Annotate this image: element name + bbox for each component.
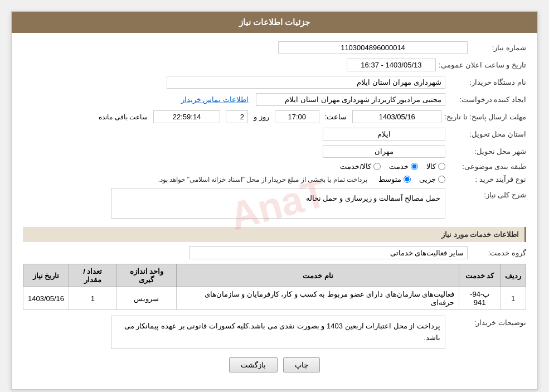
radio-jozvi-input[interactable]	[438, 176, 445, 183]
radio-motawaset-input[interactable]	[404, 176, 411, 183]
col-radif: ردیف	[501, 264, 526, 287]
radio-khedmat-input[interactable]	[411, 163, 418, 170]
radio-kala-label: کالا	[426, 162, 436, 171]
row-ostan: استان محل تحویل: ایلام	[23, 128, 526, 141]
col-tedad: تعداد / مقدار	[69, 264, 116, 287]
time-value: 17:00	[275, 110, 319, 123]
noe-farayand-radio-group: جزیی متوسط	[378, 175, 445, 183]
table-cell-2: فعالیت‌های سازمان‌های دارای عضو مربوط به…	[177, 287, 459, 310]
radio-motawaset-label: متوسط	[378, 175, 401, 183]
row-mohlat: مهلت ارسال پاسخ: تا تاریخ: 1403/05/16 سا…	[23, 110, 526, 123]
radio-motawaset: متوسط	[378, 175, 411, 183]
page-header: جزئیات اطلاعات نیاز	[12, 12, 537, 33]
shomare-niaz-label: شماره نیاز:	[470, 43, 526, 52]
row-noe-farayand: نوع فرآیند خرید : جزیی متوسط پرداخت تمام…	[23, 175, 526, 183]
row-tawzihat: توضیحات خریدار: پرداخت از محل اعتبارات ا…	[23, 316, 526, 349]
shahr-value: مهران	[323, 145, 445, 158]
table-cell-5: 1403/05/16	[23, 287, 69, 310]
shahr-label: شهر محل تحویل:	[448, 147, 526, 156]
ostan-label: استان محل تحویل:	[448, 130, 526, 138]
content-area: شماره نیاز: 1103004896000014 تاریخ و ساع…	[12, 33, 537, 389]
radio-khedmat: خدمت	[389, 162, 418, 171]
tawzihat-value: پرداخت از محل اعتبارات اربعین 1403 و بصو…	[111, 316, 445, 349]
time-label: ساعت:	[325, 113, 347, 121]
row-grohe-khadamat: گروه خدمت: سایر فعالیت‌های خدماتی	[23, 246, 526, 259]
col-tarikh: تاریخ نیاز	[23, 264, 69, 287]
roz-label: روز و	[254, 113, 269, 121]
mohlat-date: 1403/05/16	[352, 110, 441, 123]
table-row: 1ب-94-941فعالیت‌های سازمان‌های دارای عضو…	[23, 287, 526, 310]
row-tarikh: تاریخ و ساعت اعلان عمومی: 1403/05/13 - 1…	[23, 59, 526, 71]
radio-kala-khedmat: کالا/خدمت	[340, 162, 381, 171]
mohlat-label: مهلت ارسال پاسخ: تا تاریخ:	[444, 113, 526, 121]
notice-text: پرداخت تمام یا بخشی از مبلغ خریدار از مح…	[158, 176, 367, 183]
row-shahr: شهر محل تحویل: مهران	[23, 145, 526, 158]
nam-dastgah-value: شهرداری مهران استان ایلام	[167, 76, 445, 89]
grohe-value: سایر فعالیت‌های خدماتی	[189, 246, 468, 259]
remaining-value: 22:59:14	[153, 110, 220, 123]
sharh-value: حمل مصالح آسفالت و زیرسازی و حمل نخاله	[111, 188, 445, 219]
roz-value: 2	[226, 110, 248, 123]
row-shomare-niaz: شماره نیاز: 1103004896000014	[23, 41, 526, 54]
main-container: جزئیات اطلاعات نیاز شماره نیاز: 11030048…	[11, 11, 538, 390]
btn-bazgasht[interactable]: بازگشت	[229, 357, 278, 372]
shomare-niaz-value: 1103004896000014	[278, 41, 468, 54]
radio-kala-khedmat-input[interactable]	[373, 163, 381, 170]
khadamat-table: ردیف کد خدمت نام خدمت واحد اندازه گیری ت…	[23, 264, 526, 310]
ostan-value: ایلام	[323, 128, 445, 141]
radio-jozvi-label: جزیی	[419, 175, 436, 183]
section-khadamat: اطلاعات خدمات مورد نیاز	[23, 227, 526, 242]
nam-dastgah-label: نام دستگاه خریدار:	[448, 78, 526, 86]
radio-kala: کالا	[426, 162, 445, 171]
col-kod: کد خدمت	[459, 264, 501, 287]
row-sharh: شرح کلی نیاز: AnaT حمل مصالح آسفالت و زی…	[23, 188, 526, 221]
tarikh-label: تاریخ و ساعت اعلان عمومی:	[439, 61, 526, 69]
tabaqe-label: طبقه بندی موضوعی:	[448, 162, 526, 171]
row-ijad-konande: ایجاد کننده درخواست: مجتبی مرادیور کاربر…	[23, 93, 526, 106]
page-title: جزئیات اطلاعات نیاز	[239, 17, 310, 27]
sharh-label: شرح کلی نیاز:	[448, 188, 526, 199]
btn-chap[interactable]: چاپ	[283, 357, 320, 372]
table-cell-4: 1	[69, 287, 116, 310]
button-row: چاپ بازگشت	[23, 357, 526, 381]
radio-kala-input[interactable]	[438, 163, 445, 170]
radio-khedmat-label: خدمت	[389, 162, 409, 171]
ijad-konande-value: مجتبی مرادیور کاربرداز شهرداری مهران است…	[256, 93, 445, 106]
col-nam: نام خدمت	[177, 264, 459, 287]
table-cell-1: ب-94-941	[459, 287, 501, 310]
ijad-konande-label: ایجاد کننده درخواست:	[448, 95, 526, 104]
remaining-label: ساعت باقی مانده	[99, 113, 148, 121]
tawzihat-label: توضیحات خریدار:	[448, 316, 526, 327]
row-tabaqe: طبقه بندی موضوعی: کالا خدمت کالا/خدمت	[23, 162, 526, 171]
radio-kala-khedmat-label: کالا/خدمت	[340, 162, 371, 171]
tarikh-value: 1403/05/13 - 16:37	[347, 59, 436, 71]
grohe-label: گروه خدمت:	[470, 249, 526, 257]
radio-jozvi: جزیی	[419, 175, 445, 183]
col-vahed: واحد اندازه گیری	[116, 264, 177, 287]
noe-farayand-label: نوع فرآیند خرید :	[448, 175, 526, 183]
row-nam-dastgah: نام دستگاه خریدار: شهرداری مهران استان ا…	[23, 76, 526, 89]
tabaqe-radio-group: کالا خدمت کالا/خدمت	[340, 162, 445, 171]
table-cell-0: 1	[501, 287, 526, 310]
table-cell-3: سرویس	[116, 287, 177, 310]
etelaat-tamas-link[interactable]: اطلاعات تماس خریدار	[181, 95, 249, 104]
